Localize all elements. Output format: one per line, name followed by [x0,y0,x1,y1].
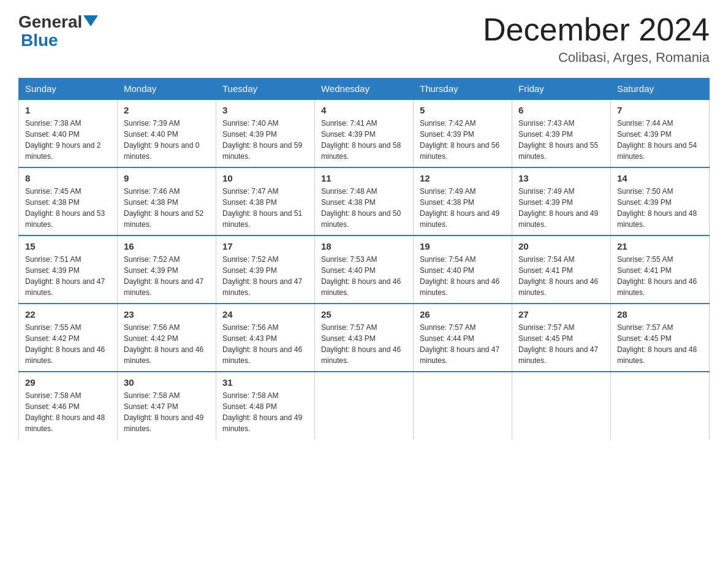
day-info: Sunrise: 7:43 AMSunset: 4:39 PMDaylight:… [518,119,598,161]
day-info: Sunrise: 7:57 AMSunset: 4:43 PMDaylight:… [321,323,401,365]
table-row: 6 Sunrise: 7:43 AMSunset: 4:39 PMDayligh… [512,99,611,167]
table-row: 14 Sunrise: 7:50 AMSunset: 4:39 PMDaylig… [611,167,710,236]
day-info: Sunrise: 7:49 AMSunset: 4:39 PMDaylight:… [518,187,598,229]
day-info: Sunrise: 7:47 AMSunset: 4:38 PMDaylight:… [222,187,302,229]
day-number: 7 [617,105,703,115]
day-number: 17 [222,241,308,251]
day-info: Sunrise: 7:58 AMSunset: 4:46 PMDaylight:… [25,391,105,433]
day-number: 16 [124,241,210,251]
calendar-header-row: Sunday Monday Tuesday Wednesday Thursday… [19,79,710,100]
day-number: 1 [25,105,111,115]
day-number: 19 [420,241,506,251]
table-row: 19 Sunrise: 7:54 AMSunset: 4:40 PMDaylig… [414,236,512,304]
day-number: 10 [222,173,308,183]
day-number: 25 [321,309,407,320]
table-row: 24 Sunrise: 7:56 AMSunset: 4:43 PMDaylig… [216,304,315,372]
day-number: 18 [321,241,407,251]
calendar-table: Sunday Monday Tuesday Wednesday Thursday… [18,78,710,439]
table-row: 23 Sunrise: 7:56 AMSunset: 4:42 PMDaylig… [118,304,216,372]
col-wednesday: Wednesday [315,79,414,100]
day-info: Sunrise: 7:55 AMSunset: 4:41 PMDaylight:… [617,255,697,297]
logo-general-text: General [18,12,82,32]
table-row: 29 Sunrise: 7:58 AMSunset: 4:46 PMDaylig… [19,372,118,439]
day-number: 30 [124,377,210,388]
calendar-week-row: 1 Sunrise: 7:38 AMSunset: 4:40 PMDayligh… [19,99,710,167]
day-info: Sunrise: 7:53 AMSunset: 4:40 PMDaylight:… [321,255,401,297]
logo-triangle-icon [83,15,98,26]
day-number: 5 [420,105,506,115]
calendar-week-row: 15 Sunrise: 7:51 AMSunset: 4:39 PMDaylig… [19,236,710,304]
day-number: 12 [420,173,506,183]
day-info: Sunrise: 7:44 AMSunset: 4:39 PMDaylight:… [617,119,697,161]
col-sunday: Sunday [19,79,118,100]
table-row [611,372,710,439]
title-block: December 2024 Colibasi, Arges, Romania [483,12,710,66]
table-row: 16 Sunrise: 7:52 AMSunset: 4:39 PMDaylig… [118,236,216,304]
table-row: 27 Sunrise: 7:57 AMSunset: 4:45 PMDaylig… [512,304,611,372]
day-info: Sunrise: 7:38 AMSunset: 4:40 PMDaylight:… [25,119,100,161]
table-row: 15 Sunrise: 7:51 AMSunset: 4:39 PMDaylig… [19,236,118,304]
day-info: Sunrise: 7:51 AMSunset: 4:39 PMDaylight:… [25,255,105,297]
day-info: Sunrise: 7:50 AMSunset: 4:39 PMDaylight:… [617,187,697,229]
col-friday: Friday [512,79,611,100]
day-info: Sunrise: 7:55 AMSunset: 4:42 PMDaylight:… [25,323,105,365]
table-row [512,372,611,439]
logo-blue-text: Blue [21,31,58,50]
day-number: 6 [518,105,604,115]
day-number: 28 [617,309,703,320]
table-row: 11 Sunrise: 7:48 AMSunset: 4:38 PMDaylig… [315,167,414,236]
day-number: 21 [617,241,703,251]
day-number: 26 [420,309,506,320]
table-row: 22 Sunrise: 7:55 AMSunset: 4:42 PMDaylig… [19,304,118,372]
location: Colibasi, Arges, Romania [483,50,710,66]
table-row: 1 Sunrise: 7:38 AMSunset: 4:40 PMDayligh… [19,99,118,167]
day-number: 13 [518,173,604,183]
table-row: 13 Sunrise: 7:49 AMSunset: 4:39 PMDaylig… [512,167,611,236]
page-header: General Blue December 2024 Colibasi, Arg… [18,12,710,66]
day-info: Sunrise: 7:39 AMSunset: 4:40 PMDaylight:… [124,119,199,161]
day-info: Sunrise: 7:45 AMSunset: 4:38 PMDaylight:… [25,187,105,229]
day-info: Sunrise: 7:56 AMSunset: 4:42 PMDaylight:… [124,323,203,365]
day-info: Sunrise: 7:48 AMSunset: 4:38 PMDaylight:… [321,187,401,229]
month-title: December 2024 [483,12,710,47]
table-row: 17 Sunrise: 7:52 AMSunset: 4:39 PMDaylig… [216,236,315,304]
day-info: Sunrise: 7:52 AMSunset: 4:39 PMDaylight:… [124,255,203,297]
logo: General Blue [18,12,98,50]
col-monday: Monday [118,79,216,100]
table-row: 20 Sunrise: 7:54 AMSunset: 4:41 PMDaylig… [512,236,611,304]
day-number: 22 [25,309,111,320]
table-row: 7 Sunrise: 7:44 AMSunset: 4:39 PMDayligh… [611,99,710,167]
day-number: 20 [518,241,604,251]
table-row: 10 Sunrise: 7:47 AMSunset: 4:38 PMDaylig… [216,167,315,236]
table-row [315,372,414,439]
day-info: Sunrise: 7:57 AMSunset: 4:45 PMDaylight:… [518,323,598,365]
calendar-week-row: 29 Sunrise: 7:58 AMSunset: 4:46 PMDaylig… [19,372,710,439]
col-tuesday: Tuesday [216,79,315,100]
day-info: Sunrise: 7:52 AMSunset: 4:39 PMDaylight:… [222,255,302,297]
day-number: 4 [321,105,407,115]
day-info: Sunrise: 7:57 AMSunset: 4:45 PMDaylight:… [617,323,697,365]
day-info: Sunrise: 7:54 AMSunset: 4:41 PMDaylight:… [518,255,598,297]
day-number: 31 [222,377,308,388]
calendar-week-row: 22 Sunrise: 7:55 AMSunset: 4:42 PMDaylig… [19,304,710,372]
day-number: 29 [25,377,111,388]
table-row: 9 Sunrise: 7:46 AMSunset: 4:38 PMDayligh… [118,167,216,236]
day-number: 27 [518,309,604,320]
day-info: Sunrise: 7:57 AMSunset: 4:44 PMDaylight:… [420,323,499,365]
day-number: 9 [124,173,210,183]
col-saturday: Saturday [611,79,710,100]
table-row: 2 Sunrise: 7:39 AMSunset: 4:40 PMDayligh… [118,99,216,167]
table-row [414,372,512,439]
day-number: 8 [25,173,111,183]
table-row: 8 Sunrise: 7:45 AMSunset: 4:38 PMDayligh… [19,167,118,236]
table-row: 28 Sunrise: 7:57 AMSunset: 4:45 PMDaylig… [611,304,710,372]
day-number: 3 [222,105,308,115]
table-row: 31 Sunrise: 7:58 AMSunset: 4:48 PMDaylig… [216,372,315,439]
table-row: 21 Sunrise: 7:55 AMSunset: 4:41 PMDaylig… [611,236,710,304]
day-number: 2 [124,105,210,115]
day-number: 14 [617,173,703,183]
table-row: 12 Sunrise: 7:49 AMSunset: 4:38 PMDaylig… [414,167,512,236]
day-number: 11 [321,173,407,183]
day-number: 15 [25,241,111,251]
table-row: 25 Sunrise: 7:57 AMSunset: 4:43 PMDaylig… [315,304,414,372]
